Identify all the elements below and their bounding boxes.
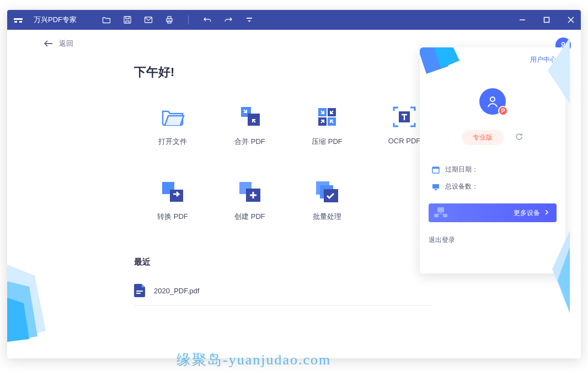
edition-pill[interactable]: 专业版	[462, 130, 504, 145]
panel-decoration-icon	[420, 47, 461, 74]
more-devices-label: 更多设备	[514, 208, 540, 218]
svg-rect-11	[544, 18, 549, 23]
tile-label: 转换 PDF	[157, 212, 188, 222]
merge-icon	[238, 105, 262, 129]
tile-merge-pdf[interactable]: 合并 PDF	[211, 105, 288, 147]
app-logo-icon	[13, 14, 24, 25]
print-icon[interactable]	[165, 15, 174, 24]
redo-icon[interactable]	[224, 15, 233, 24]
svg-rect-2	[19, 21, 22, 23]
folder-icon[interactable]	[102, 15, 111, 24]
pdf-file-icon	[134, 284, 145, 297]
user-avatar-icon: P	[479, 88, 506, 115]
svg-rect-29	[136, 291, 143, 292]
tile-label: 批量处理	[313, 212, 341, 222]
open-file-icon	[161, 105, 185, 129]
save-icon[interactable]	[123, 15, 132, 24]
tile-label: 打开文件	[158, 137, 187, 147]
devices-label: 总设备数：	[445, 182, 478, 191]
refresh-icon[interactable]	[515, 132, 523, 143]
titlebar: 万兴PDF专家	[7, 10, 581, 30]
svg-rect-38	[437, 207, 444, 212]
close-button[interactable]	[566, 15, 575, 24]
svg-rect-3	[124, 17, 131, 23]
svg-point-33	[490, 97, 495, 101]
user-panel: 用户中心 P 专业版 过期日期： 总设备数： 更多设备 退出	[420, 47, 565, 273]
convert-icon	[161, 180, 185, 204]
svg-rect-0	[14, 18, 23, 20]
maximize-button[interactable]	[542, 15, 551, 24]
create-icon	[238, 180, 262, 204]
back-button[interactable]: 返回	[7, 30, 581, 49]
ocr-icon	[392, 105, 416, 129]
compress-icon	[315, 105, 339, 129]
svg-point-14	[562, 42, 565, 45]
calendar-icon	[432, 166, 440, 174]
chevron-right-icon	[544, 209, 549, 217]
svg-rect-1	[14, 21, 17, 23]
app-title: 万兴PDF专家	[34, 15, 77, 25]
svg-rect-37	[435, 189, 437, 190]
svg-rect-7	[168, 21, 171, 23]
svg-rect-6	[168, 17, 171, 19]
tile-label: 压缩 PDF	[312, 137, 343, 147]
separator	[188, 15, 189, 24]
tile-batch[interactable]: 批量处理	[288, 180, 366, 222]
more-devices-button[interactable]: 更多设备	[429, 203, 557, 222]
pro-badge: P	[498, 106, 508, 116]
tile-label: OCR PDF	[388, 137, 421, 145]
recent-file-name: 2020_PDF.pdf	[154, 287, 199, 295]
tile-create-pdf[interactable]: 创建 PDF	[211, 180, 288, 222]
watermark: 缘聚岛-yuanjudao.com	[177, 350, 331, 369]
back-label: 返回	[59, 39, 73, 49]
svg-rect-35	[432, 167, 439, 169]
tile-open-file[interactable]: 打开文件	[134, 105, 211, 147]
undo-icon[interactable]	[203, 15, 212, 24]
expiry-label: 过期日期：	[445, 165, 478, 174]
menu-icon[interactable]	[245, 15, 254, 24]
minimize-button[interactable]	[518, 15, 527, 24]
tile-label: 合并 PDF	[234, 137, 265, 147]
svg-rect-40	[443, 214, 447, 217]
recent-file-item[interactable]: 2020_PDF.pdf	[134, 280, 432, 305]
monitor-icon	[432, 183, 440, 191]
expiry-row: 过期日期：	[432, 165, 557, 174]
devices-row: 总设备数：	[432, 182, 557, 191]
svg-rect-39	[434, 214, 439, 217]
logout-button[interactable]: 退出登录	[429, 235, 557, 245]
batch-icon	[315, 180, 339, 204]
svg-rect-36	[432, 184, 439, 189]
svg-marker-9	[248, 20, 251, 22]
tile-compress-pdf[interactable]: 压缩 PDF	[288, 105, 366, 147]
user-center-link[interactable]: 用户中心	[530, 55, 557, 65]
svg-rect-8	[247, 18, 252, 19]
devices-graphic-icon	[433, 207, 448, 219]
mail-icon[interactable]	[144, 15, 153, 24]
tile-convert-pdf[interactable]: 转换 PDF	[134, 180, 211, 222]
svg-rect-30	[136, 293, 141, 294]
tile-label: 创建 PDF	[234, 212, 265, 222]
